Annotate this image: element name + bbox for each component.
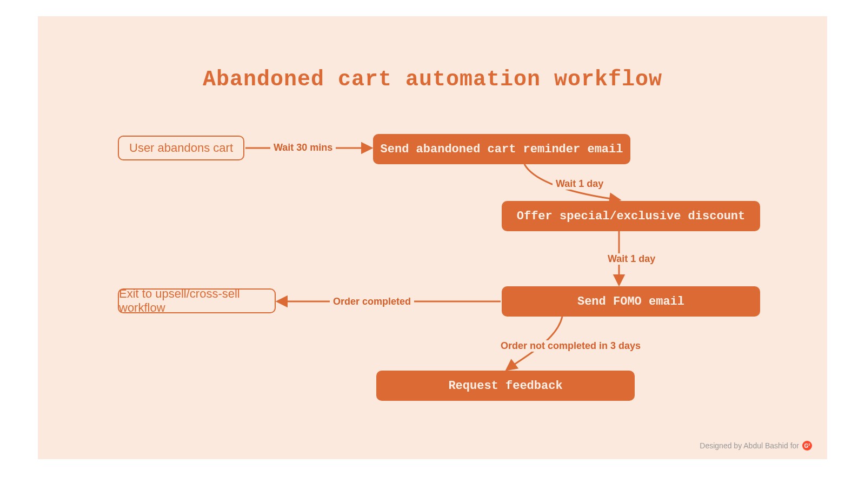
diagram-title: Abandoned cart automation workflow bbox=[38, 68, 827, 92]
node-fomo-label: Send FOMO email bbox=[577, 295, 684, 308]
node-fomo: Send FOMO email bbox=[502, 286, 760, 317]
edge-label-order-notdone: Order not completed in 3 days bbox=[497, 340, 644, 352]
node-exit: Exit to upsell/cross-sell workflow bbox=[118, 288, 276, 313]
node-discount-label: Offer special/exclusive discount bbox=[517, 210, 745, 223]
node-feedback: Request feedback bbox=[376, 371, 635, 401]
credit-text: Designed by Abdul Bashid for bbox=[700, 441, 799, 450]
node-feedback-label: Request feedback bbox=[448, 379, 562, 393]
diagram-canvas: Abandoned cart automation workflow User … bbox=[38, 16, 827, 459]
node-reminder: Send abandoned cart reminder email bbox=[373, 134, 630, 164]
edge-label-wait30: Wait 30 mins bbox=[270, 142, 336, 153]
node-discount: Offer special/exclusive discount bbox=[502, 201, 760, 231]
node-reminder-label: Send abandoned cart reminder email bbox=[381, 143, 623, 156]
node-start: User abandons cart bbox=[118, 136, 244, 160]
edge-label-wait1b: Wait 1 day bbox=[604, 253, 658, 265]
g2-logo-icon: G2 bbox=[802, 441, 812, 451]
credit-line: Designed by Abdul Bashid for G2 bbox=[700, 441, 812, 451]
edge-label-order-done: Order completed bbox=[330, 296, 414, 307]
node-start-label: User abandons cart bbox=[129, 141, 233, 155]
node-exit-label: Exit to upsell/cross-sell workflow bbox=[119, 287, 275, 315]
edge-label-wait1a: Wait 1 day bbox=[553, 178, 607, 190]
